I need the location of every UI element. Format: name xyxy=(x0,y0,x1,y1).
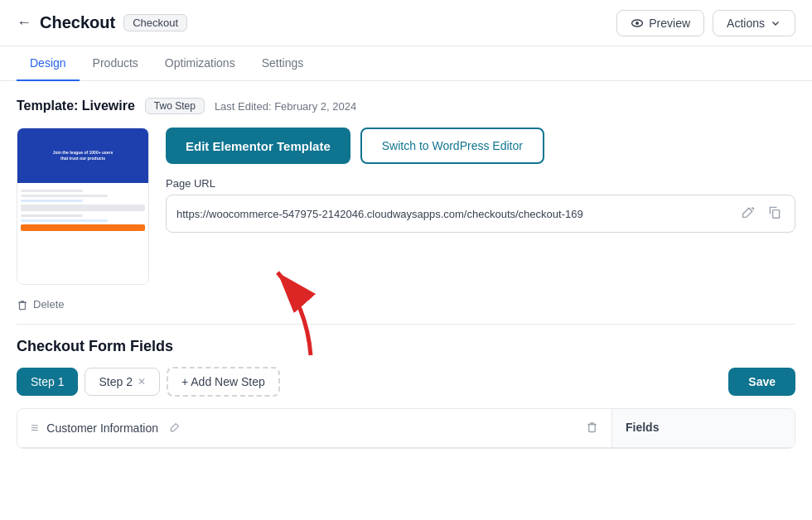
back-button[interactable]: ← xyxy=(17,14,31,31)
chevron-down-icon xyxy=(770,17,781,29)
page-title: Checkout xyxy=(40,13,115,32)
step-1-label: Step 1 xyxy=(31,375,64,388)
steps-row: Step 1 Step 2 ✕ + Add New Step Save xyxy=(17,367,795,397)
preview-button[interactable]: Preview xyxy=(616,10,704,36)
drag-icon[interactable]: ≡ xyxy=(31,421,38,436)
page-url-text: https://woocommerce-547975-2142046.cloud… xyxy=(176,208,732,220)
switch-wordpress-button[interactable]: Switch to WordPress Editor xyxy=(360,128,544,164)
tab-design[interactable]: Design xyxy=(17,46,80,81)
svg-point-1 xyxy=(636,22,639,25)
tab-products[interactable]: Products xyxy=(80,46,152,81)
main-content: Template: Livewire Two Step Last Edited:… xyxy=(0,81,812,465)
edit-elementor-button[interactable]: Edit Elementor Template xyxy=(166,128,350,164)
tab-settings[interactable]: Settings xyxy=(249,46,317,81)
row-right: Fields xyxy=(612,409,795,447)
svg-rect-5 xyxy=(589,425,596,432)
url-input-row: https://woocommerce-547975-2142046.cloud… xyxy=(166,195,795,233)
fields-table: ≡ Customer Information Fields xyxy=(17,408,795,449)
preview-label: Preview xyxy=(649,17,690,30)
content-area: Join the league of 1000+ usersthat trust… xyxy=(17,128,795,285)
actions-button[interactable]: Actions xyxy=(713,10,795,36)
fields-header: Fields xyxy=(626,421,659,434)
template-actions: Edit Elementor Template Switch to WordPr… xyxy=(166,128,795,285)
action-buttons: Edit Elementor Template Switch to WordPr… xyxy=(166,128,795,164)
last-edited: Last Edited: February 2, 2024 xyxy=(215,100,356,113)
preview-top-text: Join the league of 1000+ usersthat trust… xyxy=(53,150,114,161)
row-left: ≡ Customer Information xyxy=(17,409,612,447)
row-title: Customer Information xyxy=(46,421,158,435)
delete-row[interactable]: Delete xyxy=(17,298,795,311)
table-row: ≡ Customer Information Fields xyxy=(17,409,795,448)
page-url-label: Page URL xyxy=(166,177,795,190)
step-2-button[interactable]: Step 2 ✕ xyxy=(85,368,159,396)
eye-icon xyxy=(631,17,644,30)
checkout-form-section: Checkout Form Fields Step 1 Step 2 ✕ + A… xyxy=(17,338,795,449)
section-title: Checkout Form Fields xyxy=(17,338,795,355)
save-button[interactable]: Save xyxy=(728,368,795,396)
trash-icon xyxy=(17,299,28,311)
delete-row-icon[interactable] xyxy=(586,421,598,436)
svg-rect-4 xyxy=(20,302,26,309)
svg-rect-2 xyxy=(773,210,780,219)
edit-url-icon[interactable] xyxy=(738,204,758,224)
delete-label: Delete xyxy=(33,298,65,311)
template-preview: Join the league of 1000+ usersthat trust… xyxy=(17,128,149,285)
step-2-close-icon[interactable]: ✕ xyxy=(138,376,146,388)
edit-row-icon[interactable] xyxy=(170,421,181,435)
template-label: Template: Livewire xyxy=(17,99,135,113)
tab-optimizations[interactable]: Optimizations xyxy=(152,46,249,81)
header: ← Checkout Checkout Preview Actions xyxy=(0,0,812,46)
add-step-button[interactable]: + Add New Step xyxy=(167,367,280,397)
header-right: Preview Actions xyxy=(616,10,795,36)
step-badge: Two Step xyxy=(145,98,205,114)
copy-url-icon[interactable] xyxy=(765,204,785,224)
preview-image: Join the league of 1000+ usersthat trust… xyxy=(17,128,148,284)
nav-tabs: Design Products Optimizations Settings xyxy=(0,46,812,81)
template-row: Template: Livewire Two Step Last Edited:… xyxy=(17,98,795,114)
step-2-label: Step 2 xyxy=(99,375,132,388)
divider xyxy=(17,324,795,325)
breadcrumb-badge: Checkout xyxy=(123,14,187,31)
actions-label: Actions xyxy=(727,17,765,30)
header-left: ← Checkout Checkout xyxy=(17,13,187,32)
step-1-button[interactable]: Step 1 xyxy=(17,368,78,396)
